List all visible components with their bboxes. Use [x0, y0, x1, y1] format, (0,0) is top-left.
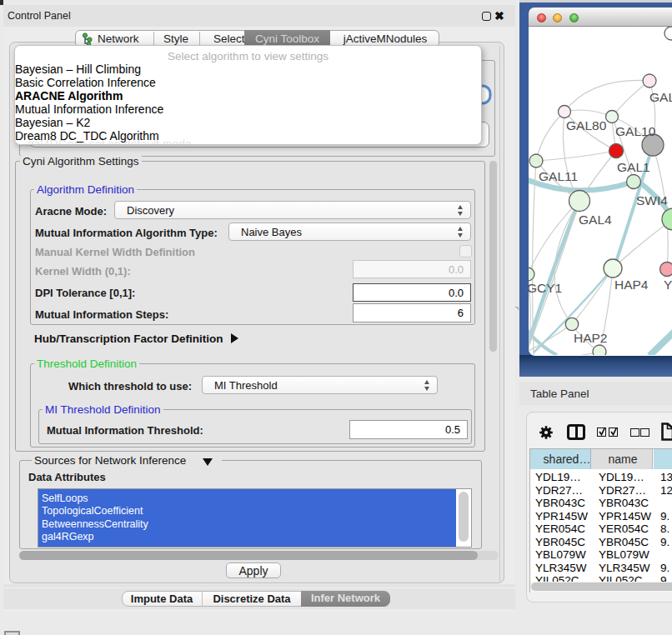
svg-text:SWI4: SWI4 — [636, 193, 668, 208]
svg-text:GAL11: GAL11 — [539, 169, 578, 183]
svg-text:GAL10: GAL10 — [615, 124, 656, 138]
svg-text:GCY1: GCY1 — [529, 281, 562, 295]
svg-text:YM: YM — [664, 278, 672, 292]
svg-text:GAL1: GAL1 — [617, 160, 650, 174]
svg-text:GAL7: GAL7 — [649, 90, 672, 104]
svg-text:GAL4: GAL4 — [579, 212, 612, 227]
svg-text:HAP2: HAP2 — [574, 331, 608, 345]
svg-text:HAP4: HAP4 — [614, 278, 649, 292]
svg-text:GAL80: GAL80 — [566, 118, 607, 132]
